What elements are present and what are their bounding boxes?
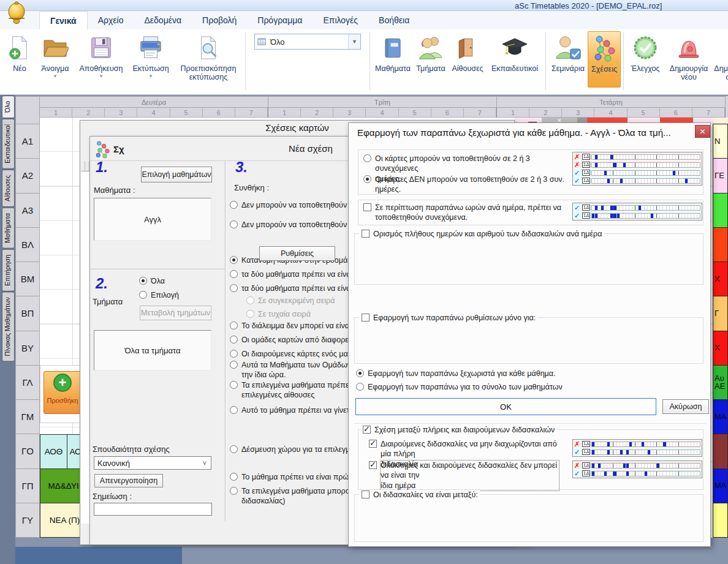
app-logo-bell-icon[interactable] xyxy=(4,1,29,27)
subjects-button[interactable]: Μαθήματα xyxy=(373,31,413,73)
close-icon[interactable]: ✕ xyxy=(695,125,710,138)
divider xyxy=(225,161,226,521)
row-header[interactable]: ΓΛ xyxy=(15,366,40,400)
timetable-card[interactable] xyxy=(713,227,728,262)
modify-classes-button[interactable]: Μεταβολή τμημάτων xyxy=(140,306,211,320)
importance-combo[interactable]: Κανονική ˅ xyxy=(94,456,211,470)
class-row-headers: Α1Α2Α3ΒΛΒΜΒΠΒΥΓΛΓΜΓΟΓΠΓΥ xyxy=(15,124,40,538)
generate-cloud-button[interactable]: Δημιουργία στο σύννεφο xyxy=(713,31,728,82)
menu-tab[interactable]: Δεδομένα xyxy=(134,11,192,29)
menu-tab[interactable]: Βοήθεια xyxy=(368,11,420,29)
row-header[interactable]: ΒΠ xyxy=(15,296,40,331)
open-button[interactable]: Άνοιγμα ▼ xyxy=(36,31,75,79)
timetable-card[interactable] xyxy=(713,193,728,228)
row-header[interactable]: ΓΠ xyxy=(15,469,40,503)
add-relation-button[interactable]: + Προσθήκη xyxy=(44,371,82,414)
generate-new-button[interactable]: Δημιουργία νέου xyxy=(664,31,713,82)
print-button[interactable]: Εκτύπωση ▼ xyxy=(127,31,174,79)
radio-icon xyxy=(356,369,364,377)
new-button[interactable]: Νέο xyxy=(4,31,36,73)
ok-button[interactable]: OK xyxy=(355,398,656,415)
days-count-checkbox[interactable]: Ορισμός πλήθους ημερών και αριθμού των δ… xyxy=(359,229,604,239)
row-header[interactable]: Α1 xyxy=(15,124,40,159)
consecutive-same-day-checkbox[interactable]: Σε περίπτωση παραπάνω ωρών ανά ημέρα, πρ… xyxy=(363,203,566,223)
class-scope-radio[interactable]: Όλα xyxy=(139,276,179,286)
cancel-button[interactable]: Ακύρωση xyxy=(662,399,709,414)
save-button[interactable]: Αποθήκευση ▼ xyxy=(75,31,127,79)
class-scope-radio[interactable]: Επιλογή xyxy=(139,290,179,300)
timetable-card[interactable]: ΜΑ xyxy=(713,399,728,434)
full-divided-not-same-day-checkbox[interactable]: Ολόκληρες και διαιρούμενες διδασκαλίες δ… xyxy=(369,461,559,491)
view-tab[interactable]: Αίθουσες xyxy=(2,170,15,207)
timetable-card[interactable]: ΜΑ xyxy=(713,468,728,503)
timetable-card[interactable]: Γ xyxy=(713,296,728,331)
disable-button[interactable]: Απενεργοποίηση xyxy=(94,474,163,487)
row-header[interactable]: Α2 xyxy=(15,159,40,193)
timetable-card[interactable]: ΑΟΘ xyxy=(40,434,67,469)
select-subjects-button[interactable]: Επιλογή μαθημάτων xyxy=(141,167,212,182)
preview-cells xyxy=(591,162,700,168)
view-tab[interactable]: Εκπαιδευτικοί xyxy=(2,119,15,169)
view-tab[interactable]: Πίνακας Μαθημάτων xyxy=(2,291,15,361)
lessons-between-checkbox[interactable]: Οι διδασκαλίες να είναι μεταξύ: xyxy=(359,490,480,500)
timetable-card[interactable]: ΓΕ xyxy=(713,158,728,193)
timetable-card[interactable]: Ν xyxy=(713,124,728,159)
timetable-card[interactable] xyxy=(713,503,728,538)
menu-tab[interactable]: Πρόγραμμα xyxy=(247,11,313,29)
period-header-row: 1234567 1234567 1234567 xyxy=(40,108,726,118)
siren-icon xyxy=(675,32,702,63)
open-dropdown-arrow[interactable]: ▼ xyxy=(53,74,58,79)
teachers-button[interactable]: Εκπαιδευτικοί xyxy=(487,31,543,73)
apply-all-subjects-radio[interactable]: Εφαρμογή των παραπάνω για το σύνολο των … xyxy=(356,382,563,392)
timetable-card[interactable]: Χ xyxy=(713,331,728,366)
check-button[interactable]: Έλεγχος xyxy=(626,31,664,73)
preview-row-label: 1.Δ xyxy=(582,449,590,455)
row-header[interactable]: Α3 xyxy=(15,194,40,228)
view-tab[interactable]: Όλο xyxy=(2,96,15,118)
classes-button[interactable]: Τμήματα xyxy=(413,31,449,73)
view-tab-label: Όλο xyxy=(4,101,11,113)
row-header[interactable]: ΒΜ xyxy=(15,262,40,296)
row-header[interactable]: ΓΜ xyxy=(15,400,40,434)
rooms-button[interactable]: Αίθουσες xyxy=(449,31,487,73)
period-header: 2 xyxy=(529,108,562,118)
row-header[interactable]: ΓΥ xyxy=(15,503,40,538)
timetable-card[interactable]: Χ xyxy=(713,261,728,296)
row-header[interactable]: ΒΥ xyxy=(15,331,40,366)
view-selector-combo[interactable]: Όλο ▼ xyxy=(254,34,361,50)
combo-chevron-icon[interactable]: ▼ xyxy=(348,34,360,49)
full-divided-relation-checkbox[interactable]: Σχέση μεταξύ πλήρεις και διαιρούμενων δι… xyxy=(360,425,557,435)
radio-icon xyxy=(230,201,238,209)
print-preview-icon xyxy=(195,32,221,63)
note-input[interactable] xyxy=(94,503,212,516)
row-header[interactable]: ΒΛ xyxy=(15,228,40,262)
condition-label: Συνθήκη : xyxy=(234,183,269,192)
radio-icon xyxy=(363,175,371,183)
print-preview-button[interactable]: Προεπισκόπηση εκτύπωσης xyxy=(174,31,243,82)
cards-cannot-consecutive-radio[interactable]: Οι κάρτες ΔΕΝ μπορούν να τοποθετηθούν σε… xyxy=(363,175,572,195)
class-scope-options: Όλα Επιλογή xyxy=(139,276,179,305)
menu-tab[interactable]: Προβολή xyxy=(192,11,247,29)
print-dropdown-arrow[interactable]: ▼ xyxy=(148,74,153,79)
settings-button[interactable]: Ρυθμίσεις xyxy=(259,246,335,261)
menu-tab[interactable]: Γενικά xyxy=(39,11,88,29)
save-dropdown-arrow[interactable]: ▼ xyxy=(99,74,104,79)
apply-only-for-checkbox[interactable]: Εφαρμογή των παραπάνω ρυθμίσεων μόνο για… xyxy=(359,313,538,323)
view-tab[interactable]: Μαθήματα xyxy=(2,208,15,249)
subjects-listbox[interactable]: Αγγλ xyxy=(94,198,211,241)
relations-list[interactable] xyxy=(81,161,90,524)
window-titlebar[interactable]: aSc Timetables 2020 - [DEMO_EPAL.roz] xyxy=(0,0,728,11)
menu-tab[interactable]: Επιλογές xyxy=(313,11,368,29)
timetable-card[interactable]: Αυ ΑΕ xyxy=(713,365,728,400)
timetable-card[interactable] xyxy=(713,434,728,468)
view-tab[interactable]: Επιτήρηση xyxy=(2,249,15,291)
relations-button[interactable]: Σχέσεις xyxy=(588,31,621,88)
classes-listbox[interactable]: Όλα τα τμήματα xyxy=(94,330,211,370)
menu-tab-label: Επιλογές xyxy=(323,15,358,25)
row-header[interactable]: ΓΟ xyxy=(15,434,40,468)
graduation-cap-icon xyxy=(500,32,529,63)
check-mark-icon: ✓ xyxy=(574,178,581,184)
seminars-button[interactable]: Σεμινάρια xyxy=(548,31,588,73)
menu-tab[interactable]: Αρχείο xyxy=(88,11,134,29)
apply-per-subject-radio[interactable]: Εφαρμογή των παραπάνω ξεχωριστά για κάθε… xyxy=(356,369,556,378)
